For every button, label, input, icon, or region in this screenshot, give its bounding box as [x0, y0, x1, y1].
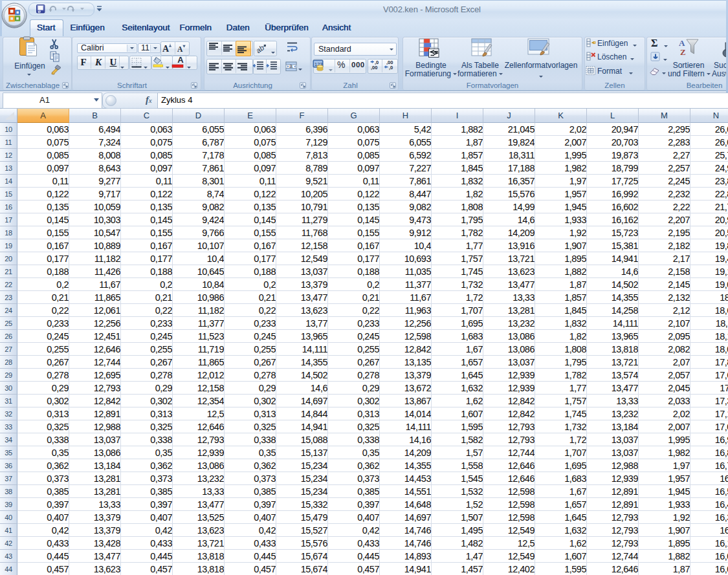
svg-text:A: A	[162, 44, 170, 54]
svg-text:,0: ,0	[389, 65, 393, 71]
svg-text:a: a	[289, 63, 292, 69]
svg-text:,00: ,00	[371, 65, 377, 71]
svg-text:A: A	[679, 38, 685, 48]
svg-text:Z: Z	[680, 47, 686, 57]
svg-text:A: A	[177, 45, 183, 53]
